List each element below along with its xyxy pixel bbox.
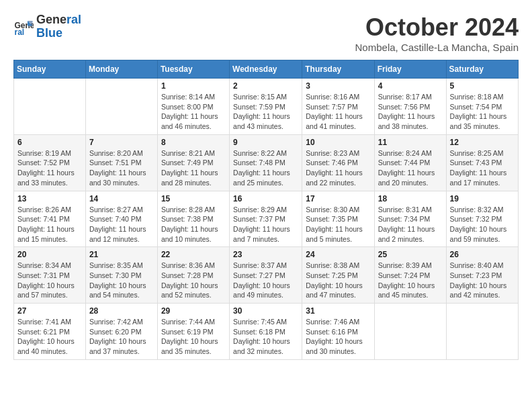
day-detail: Sunrise: 8:17 AM Sunset: 7:56 PM Dayligh… bbox=[378, 92, 443, 132]
calendar-cell bbox=[14, 79, 86, 135]
calendar-cell: 29Sunrise: 7:44 AM Sunset: 6:19 PM Dayli… bbox=[157, 304, 229, 360]
calendar-cell: 16Sunrise: 8:29 AM Sunset: 7:37 PM Dayli… bbox=[230, 191, 302, 247]
calendar-cell: 31Sunrise: 7:46 AM Sunset: 6:16 PM Dayli… bbox=[302, 304, 374, 360]
day-detail: Sunrise: 8:26 AM Sunset: 7:41 PM Dayligh… bbox=[17, 205, 82, 244]
day-of-week-header: Wednesday bbox=[230, 60, 302, 79]
day-of-week-header: Thursday bbox=[302, 60, 374, 79]
day-detail: Sunrise: 8:30 AM Sunset: 7:35 PM Dayligh… bbox=[306, 205, 370, 244]
day-detail: Sunrise: 8:16 AM Sunset: 7:57 PM Dayligh… bbox=[306, 92, 370, 132]
day-number: 19 bbox=[450, 194, 515, 203]
calendar-cell: 15Sunrise: 8:28 AM Sunset: 7:38 PM Dayli… bbox=[157, 191, 229, 247]
day-of-week-header: Monday bbox=[85, 60, 157, 79]
day-number: 5 bbox=[450, 81, 515, 91]
day-detail: Sunrise: 8:25 AM Sunset: 7:43 PM Dayligh… bbox=[450, 148, 515, 188]
calendar-cell: 18Sunrise: 8:31 AM Sunset: 7:34 PM Dayli… bbox=[374, 191, 446, 247]
calendar-title: October 2024 bbox=[355, 13, 519, 42]
day-number: 14 bbox=[89, 194, 154, 203]
calendar-table: SundayMondayTuesdayWednesdayThursdayFrid… bbox=[13, 60, 519, 360]
day-number: 26 bbox=[450, 250, 515, 259]
day-detail: Sunrise: 8:22 AM Sunset: 7:48 PM Dayligh… bbox=[233, 148, 298, 188]
calendar-cell: 20Sunrise: 8:34 AM Sunset: 7:31 PM Dayli… bbox=[14, 247, 86, 304]
day-number: 24 bbox=[306, 250, 370, 259]
day-number: 1 bbox=[161, 81, 226, 91]
calendar-week-row: 27Sunrise: 7:41 AM Sunset: 6:21 PM Dayli… bbox=[14, 304, 519, 360]
calendar-cell: 27Sunrise: 7:41 AM Sunset: 6:21 PM Dayli… bbox=[14, 304, 86, 360]
calendar-cell: 23Sunrise: 8:37 AM Sunset: 7:27 PM Dayli… bbox=[230, 247, 302, 304]
calendar-cell: 6Sunrise: 8:19 AM Sunset: 7:52 PM Daylig… bbox=[14, 134, 86, 191]
calendar-week-row: 6Sunrise: 8:19 AM Sunset: 7:52 PM Daylig… bbox=[14, 134, 519, 191]
day-detail: Sunrise: 8:40 AM Sunset: 7:23 PM Dayligh… bbox=[450, 261, 515, 300]
day-detail: Sunrise: 8:38 AM Sunset: 7:25 PM Dayligh… bbox=[306, 261, 370, 300]
day-detail: Sunrise: 8:36 AM Sunset: 7:28 PM Dayligh… bbox=[161, 261, 226, 300]
day-number: 22 bbox=[161, 250, 226, 259]
calendar-cell bbox=[374, 304, 446, 360]
logo: Gene ral General Blue bbox=[13, 13, 81, 40]
day-number: 8 bbox=[161, 138, 226, 147]
calendar-cell: 17Sunrise: 8:30 AM Sunset: 7:35 PM Dayli… bbox=[302, 191, 374, 247]
day-number: 18 bbox=[378, 194, 443, 203]
calendar-cell: 4Sunrise: 8:17 AM Sunset: 7:56 PM Daylig… bbox=[374, 79, 446, 135]
day-detail: Sunrise: 8:23 AM Sunset: 7:46 PM Dayligh… bbox=[306, 148, 370, 188]
day-of-week-header: Tuesday bbox=[157, 60, 229, 79]
calendar-subtitle: Nombela, Castille-La Mancha, Spain bbox=[355, 42, 519, 53]
calendar-week-row: 1Sunrise: 8:14 AM Sunset: 8:00 PM Daylig… bbox=[14, 79, 519, 135]
day-number: 25 bbox=[378, 250, 443, 259]
day-detail: Sunrise: 7:44 AM Sunset: 6:19 PM Dayligh… bbox=[161, 317, 226, 357]
calendar-cell: 26Sunrise: 8:40 AM Sunset: 7:23 PM Dayli… bbox=[446, 247, 518, 304]
calendar-cell: 1Sunrise: 8:14 AM Sunset: 8:00 PM Daylig… bbox=[157, 79, 229, 135]
calendar-cell: 12Sunrise: 8:25 AM Sunset: 7:43 PM Dayli… bbox=[446, 134, 518, 191]
day-detail: Sunrise: 8:28 AM Sunset: 7:38 PM Dayligh… bbox=[161, 205, 226, 244]
calendar-cell: 13Sunrise: 8:26 AM Sunset: 7:41 PM Dayli… bbox=[14, 191, 86, 247]
day-detail: Sunrise: 8:34 AM Sunset: 7:31 PM Dayligh… bbox=[17, 261, 82, 300]
day-number: 4 bbox=[378, 81, 443, 91]
day-number: 20 bbox=[17, 250, 82, 259]
day-detail: Sunrise: 8:31 AM Sunset: 7:34 PM Dayligh… bbox=[378, 205, 443, 244]
day-detail: Sunrise: 8:15 AM Sunset: 7:59 PM Dayligh… bbox=[233, 92, 298, 132]
calendar-week-row: 20Sunrise: 8:34 AM Sunset: 7:31 PM Dayli… bbox=[14, 247, 519, 304]
day-number: 17 bbox=[306, 194, 370, 203]
calendar-cell: 28Sunrise: 7:42 AM Sunset: 6:20 PM Dayli… bbox=[85, 304, 157, 360]
calendar-cell: 22Sunrise: 8:36 AM Sunset: 7:28 PM Dayli… bbox=[157, 247, 229, 304]
calendar-cell: 14Sunrise: 8:27 AM Sunset: 7:40 PM Dayli… bbox=[85, 191, 157, 247]
logo-icon: Gene ral bbox=[13, 17, 34, 37]
day-number: 16 bbox=[233, 194, 298, 203]
day-number: 29 bbox=[161, 306, 226, 316]
calendar-cell: 3Sunrise: 8:16 AM Sunset: 7:57 PM Daylig… bbox=[302, 79, 374, 135]
calendar-cell: 7Sunrise: 8:20 AM Sunset: 7:51 PM Daylig… bbox=[85, 134, 157, 191]
day-number: 2 bbox=[233, 81, 298, 91]
calendar-cell bbox=[446, 304, 518, 360]
day-detail: Sunrise: 7:42 AM Sunset: 6:20 PM Dayligh… bbox=[89, 317, 154, 357]
title-block: October 2024 Nombela, Castille-La Mancha… bbox=[355, 13, 519, 53]
day-number: 10 bbox=[306, 138, 370, 147]
day-of-week-header: Friday bbox=[374, 60, 446, 79]
calendar-cell: 21Sunrise: 8:35 AM Sunset: 7:30 PM Dayli… bbox=[85, 247, 157, 304]
day-of-week-header: Sunday bbox=[14, 60, 86, 79]
day-detail: Sunrise: 8:19 AM Sunset: 7:52 PM Dayligh… bbox=[17, 148, 82, 188]
day-number: 30 bbox=[233, 306, 298, 316]
day-detail: Sunrise: 8:35 AM Sunset: 7:30 PM Dayligh… bbox=[89, 261, 154, 300]
day-detail: Sunrise: 7:46 AM Sunset: 6:16 PM Dayligh… bbox=[306, 317, 370, 357]
day-detail: Sunrise: 8:18 AM Sunset: 7:54 PM Dayligh… bbox=[450, 92, 515, 132]
day-detail: Sunrise: 8:39 AM Sunset: 7:24 PM Dayligh… bbox=[378, 261, 443, 300]
calendar-cell: 25Sunrise: 8:39 AM Sunset: 7:24 PM Dayli… bbox=[374, 247, 446, 304]
day-number: 23 bbox=[233, 250, 298, 259]
calendar-cell bbox=[85, 79, 157, 135]
calendar-cell: 8Sunrise: 8:21 AM Sunset: 7:49 PM Daylig… bbox=[157, 134, 229, 191]
day-number: 9 bbox=[233, 138, 298, 147]
day-number: 28 bbox=[89, 306, 154, 316]
day-detail: Sunrise: 7:41 AM Sunset: 6:21 PM Dayligh… bbox=[17, 317, 82, 357]
day-number: 6 bbox=[17, 138, 82, 147]
calendar-cell: 5Sunrise: 8:18 AM Sunset: 7:54 PM Daylig… bbox=[446, 79, 518, 135]
day-detail: Sunrise: 8:27 AM Sunset: 7:40 PM Dayligh… bbox=[89, 205, 154, 244]
day-number: 11 bbox=[378, 138, 443, 147]
calendar-cell: 11Sunrise: 8:24 AM Sunset: 7:44 PM Dayli… bbox=[374, 134, 446, 191]
calendar-cell: 24Sunrise: 8:38 AM Sunset: 7:25 PM Dayli… bbox=[302, 247, 374, 304]
day-detail: Sunrise: 7:45 AM Sunset: 6:18 PM Dayligh… bbox=[233, 317, 298, 357]
day-detail: Sunrise: 8:37 AM Sunset: 7:27 PM Dayligh… bbox=[233, 261, 298, 300]
day-detail: Sunrise: 8:29 AM Sunset: 7:37 PM Dayligh… bbox=[233, 205, 298, 244]
day-detail: Sunrise: 8:21 AM Sunset: 7:49 PM Dayligh… bbox=[161, 148, 226, 188]
calendar-cell: 2Sunrise: 8:15 AM Sunset: 7:59 PM Daylig… bbox=[230, 79, 302, 135]
day-number: 3 bbox=[306, 81, 370, 91]
day-detail: Sunrise: 8:32 AM Sunset: 7:32 PM Dayligh… bbox=[450, 205, 515, 244]
day-number: 13 bbox=[17, 194, 82, 203]
